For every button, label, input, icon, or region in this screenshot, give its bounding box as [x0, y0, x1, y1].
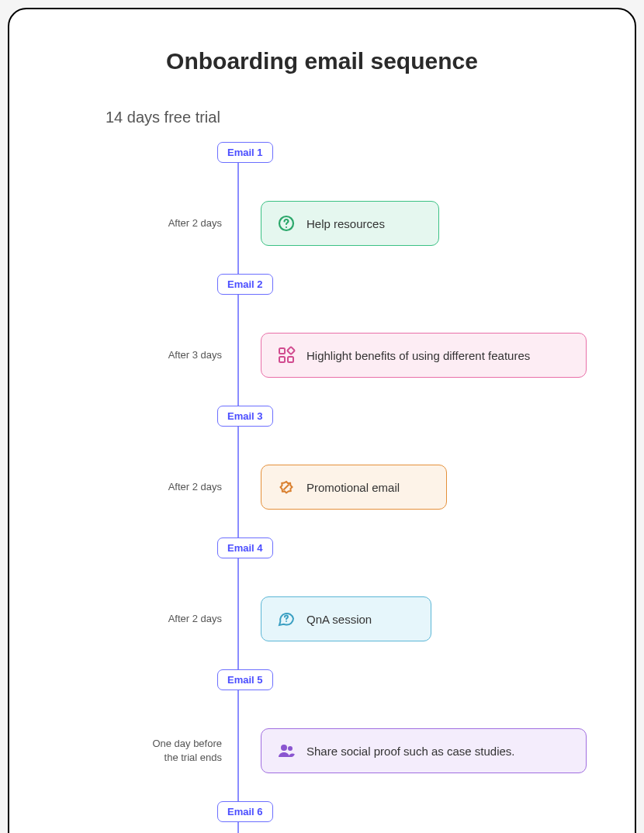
svg-rect-4 — [288, 357, 293, 362]
diagram-subtitle: 14 days free trial — [106, 109, 588, 126]
widgets-icon — [277, 346, 296, 365]
email-badge: Email 1 — [217, 142, 273, 163]
content-card-help: Help resources — [261, 201, 439, 246]
timing-label: After 3 days — [106, 348, 222, 362]
content-card-features: Highlight benefits of using different fe… — [261, 333, 587, 378]
promo-icon — [277, 478, 296, 496]
content-row: After 3 days Highlight benefits of using… — [261, 333, 588, 378]
chat-icon — [277, 610, 296, 628]
content-card-qna: QnA session — [261, 596, 431, 641]
diagram-title: Onboarding email sequence — [56, 48, 588, 74]
svg-point-7 — [281, 745, 287, 751]
timing-label: After 2 days — [106, 612, 222, 626]
help-icon — [277, 214, 296, 233]
svg-point-1 — [286, 226, 287, 228]
email-badge-row: Email 1 — [106, 142, 588, 173]
content-row: One day before the trial ends Share soci… — [261, 728, 588, 773]
email-badge: Email 2 — [217, 274, 273, 295]
card-text: Highlight benefits of using different fe… — [306, 347, 530, 364]
timeline: Email 1 After 2 days Help resources Emai… — [106, 142, 588, 833]
card-text: Promotional email — [306, 479, 400, 496]
email-badge: Email 6 — [217, 801, 273, 822]
timing-label: After 2 days — [106, 216, 222, 230]
svg-rect-3 — [279, 357, 285, 362]
content-card-social-proof: Share social proof such as case studies. — [261, 728, 587, 773]
email-badge-row: Email 5 — [106, 669, 588, 700]
content-row: After 2 days QnA session — [261, 596, 588, 641]
content-row: After 2 days Promotional email — [261, 465, 588, 510]
content-row: After 2 days Help resources — [261, 201, 588, 246]
email-badge-row: Email 3 — [106, 406, 588, 437]
timeline-line — [237, 142, 239, 833]
diagram-card: Onboarding email sequence 14 days free t… — [8, 8, 636, 833]
email-badge: Email 3 — [217, 406, 273, 427]
svg-point-8 — [288, 746, 293, 751]
email-badge: Email 4 — [217, 537, 273, 558]
email-badge-row: Email 4 — [106, 537, 588, 569]
card-text: Share social proof such as case studies. — [306, 743, 514, 759]
email-badge: Email 5 — [217, 669, 273, 690]
svg-rect-5 — [287, 347, 295, 354]
card-text: QnA session — [306, 611, 372, 627]
people-icon — [277, 741, 296, 760]
content-area: Onboarding email sequence 14 days free t… — [9, 9, 635, 833]
timing-label: After 2 days — [106, 480, 222, 494]
content-card-promo: Promotional email — [261, 465, 447, 510]
card-text: Help resources — [306, 216, 385, 232]
email-badge-row: Email 6 — [106, 801, 588, 832]
svg-rect-2 — [279, 348, 285, 354]
timing-label: One day before the trial ends — [106, 737, 222, 764]
svg-point-6 — [286, 620, 287, 622]
email-badge-row: Email 2 — [106, 274, 588, 305]
